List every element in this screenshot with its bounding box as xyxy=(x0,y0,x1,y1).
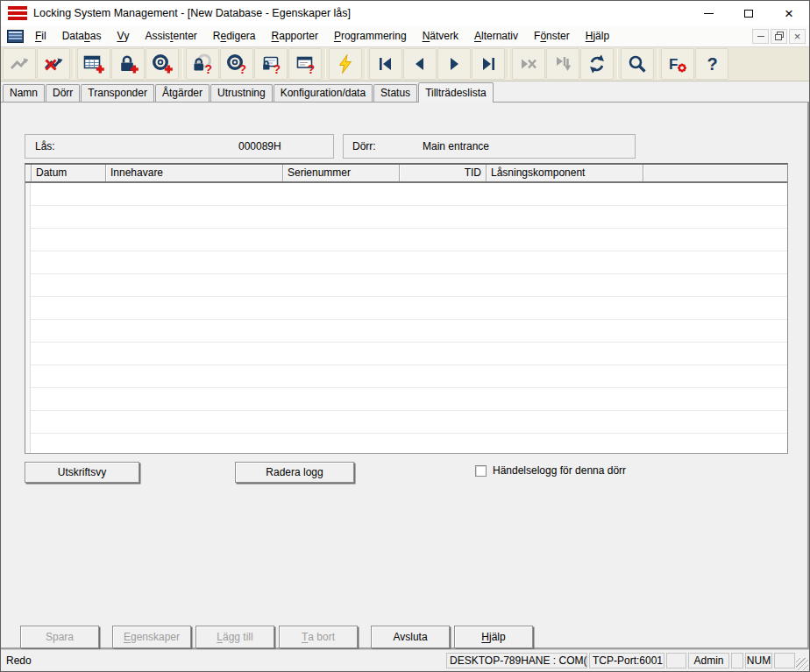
event-log-checkbox-row: Händelselogg för denna dörr xyxy=(475,464,626,477)
tab-atgarder[interactable]: Åtgärder xyxy=(155,84,210,102)
mdi-minimize-icon xyxy=(757,36,764,37)
menu-fil[interactable]: Fil xyxy=(27,25,54,46)
add-transponder-button[interactable] xyxy=(146,48,179,80)
add-transponder-icon xyxy=(152,53,173,74)
last-record-button[interactable] xyxy=(472,48,505,80)
access-list-table: Datum Innehavare Serienummer TID Låsning… xyxy=(25,163,788,454)
next-record-icon xyxy=(444,53,465,74)
menu-vy[interactable]: Vy xyxy=(109,25,137,46)
last-record-icon xyxy=(478,53,499,74)
exit-button[interactable]: Avsluta xyxy=(371,626,450,648)
event-log-checkbox-label[interactable]: Händelselogg för denna dörr xyxy=(493,464,626,477)
filter-settings-icon: F xyxy=(667,53,688,74)
window-title: Locking System Management - [New Databas… xyxy=(33,7,351,19)
cancel-navigation-button[interactable] xyxy=(512,48,545,80)
programming-flash-icon xyxy=(335,53,356,74)
table-header-tid[interactable]: TID xyxy=(400,165,487,181)
help-footer-button[interactable]: Hjälp xyxy=(454,626,533,648)
mdi-restore-button[interactable] xyxy=(771,29,787,44)
tab-namn[interactable]: Namn xyxy=(3,84,45,102)
read-window-icon: ? xyxy=(295,53,316,74)
menu-redigera[interactable]: Redigera xyxy=(205,25,264,46)
close-button[interactable]: × xyxy=(769,1,809,25)
toolbar: ? ? ? ? xyxy=(1,47,809,81)
status-panel-empty-3 xyxy=(774,653,795,668)
refresh-icon xyxy=(586,53,608,74)
search-button[interactable] xyxy=(621,48,654,80)
read-lock-data-button[interactable]: ? xyxy=(254,48,288,80)
tab-dorr[interactable]: Dörr xyxy=(46,84,80,102)
next-record-button[interactable] xyxy=(437,48,471,80)
table-header-datum[interactable]: Datum xyxy=(32,165,106,181)
print-view-button[interactable]: Utskriftsvy xyxy=(25,462,139,483)
tab-transponder[interactable]: Transponder xyxy=(81,84,154,102)
help-icon: ? xyxy=(701,53,722,74)
event-log-checkbox[interactable] xyxy=(475,465,487,477)
status-panel-user: Admin xyxy=(688,653,729,668)
minimize-button[interactable] xyxy=(688,1,728,25)
read-lock-icon: ? xyxy=(192,53,213,74)
table-body[interactable] xyxy=(25,183,787,453)
status-panel-empty-2 xyxy=(731,653,743,668)
status-panel-num-lock: NUM xyxy=(745,653,772,668)
svg-text:F: F xyxy=(669,56,678,73)
menu-rapporter[interactable]: Rapporter xyxy=(264,25,326,46)
table-header-innehavare[interactable]: Innehavare xyxy=(106,165,283,181)
status-panel-tcp-port: TCP-Port:6001 xyxy=(589,653,664,668)
first-record-button[interactable] xyxy=(369,48,402,80)
menu-hjalp[interactable]: Hjälp xyxy=(578,25,617,46)
maximize-button[interactable] xyxy=(728,1,769,25)
door-label: Dörr: xyxy=(352,140,376,152)
add-locking-system-button[interactable] xyxy=(77,48,110,80)
read-transponder-button[interactable]: ? xyxy=(220,48,253,80)
table-header-lasningskomponent[interactable]: Låsningskomponent xyxy=(487,165,643,181)
search-icon xyxy=(627,53,648,74)
mdi-restore-icon xyxy=(775,32,784,40)
tab-konfiguration-data[interactable]: Konfiguration/data xyxy=(274,84,373,102)
app-window: Locking System Management - [New Databas… xyxy=(0,0,810,672)
read-window-button[interactable]: ? xyxy=(288,48,322,80)
read-lock-button[interactable]: ? xyxy=(186,48,219,80)
refresh-button[interactable] xyxy=(580,48,614,80)
status-bar: Redo DESKTOP-789HANE : COM(*) TCP-Port:6… xyxy=(1,649,809,671)
jump-to-end-button[interactable] xyxy=(546,48,579,80)
tab-status[interactable]: Status xyxy=(373,84,417,102)
programming-flash-button[interactable] xyxy=(329,48,362,80)
app-logo-icon xyxy=(8,6,27,20)
menu-natverk[interactable]: Nätverk xyxy=(415,25,466,46)
menu-assistenter[interactable]: Assistenter xyxy=(137,25,204,46)
mdi-minimize-button[interactable] xyxy=(752,29,769,44)
svg-text:?: ? xyxy=(239,62,247,75)
disconnect-button[interactable] xyxy=(37,48,70,80)
menu-programmering[interactable]: Programmering xyxy=(326,25,415,46)
sync-icon xyxy=(9,53,30,74)
sync-button[interactable] xyxy=(3,48,36,80)
table-header: Datum Innehavare Serienummer TID Låsning… xyxy=(25,165,787,183)
menu-alternativ[interactable]: Alternativ xyxy=(466,25,526,46)
add-button[interactable]: Lägg till xyxy=(195,626,274,648)
svg-text:?: ? xyxy=(274,62,281,75)
save-button[interactable]: Spara xyxy=(20,626,99,648)
title-bar: Locking System Management - [New Databas… xyxy=(1,1,809,25)
menu-fonster[interactable]: Fönster xyxy=(526,25,578,46)
mdi-close-button[interactable]: × xyxy=(789,29,806,44)
filter-settings-button[interactable]: F xyxy=(661,48,694,80)
clear-log-button[interactable]: Radera logg xyxy=(235,462,354,483)
help-button[interactable]: ? xyxy=(695,48,728,80)
tab-tilltradeslista[interactable]: Tillträdeslista xyxy=(418,82,494,103)
tab-utrustning[interactable]: Utrustning xyxy=(210,84,273,102)
previous-record-button[interactable] xyxy=(403,48,437,80)
menu-databas[interactable]: Databas xyxy=(54,25,110,46)
door-field-group: Dörr: Main entrance xyxy=(343,134,636,159)
add-lock-button[interactable] xyxy=(111,48,145,80)
tab-strip: Namn Dörr Transponder Åtgärder Utrustnin… xyxy=(1,81,809,102)
previous-record-icon xyxy=(409,53,430,74)
remove-button[interactable]: Ta bort xyxy=(279,626,358,648)
resize-grip[interactable] xyxy=(796,658,808,670)
table-header-serienummer[interactable]: Serienummer xyxy=(283,165,400,181)
status-panel-host: DESKTOP-789HANE : COM(*) xyxy=(446,653,587,668)
svg-text:?: ? xyxy=(205,62,213,75)
disconnect-icon xyxy=(43,53,64,74)
menu-bar: Fil Databas Vy Assistenter Redigera Rapp… xyxy=(1,25,809,47)
properties-button[interactable]: Egenskaper xyxy=(112,626,191,648)
